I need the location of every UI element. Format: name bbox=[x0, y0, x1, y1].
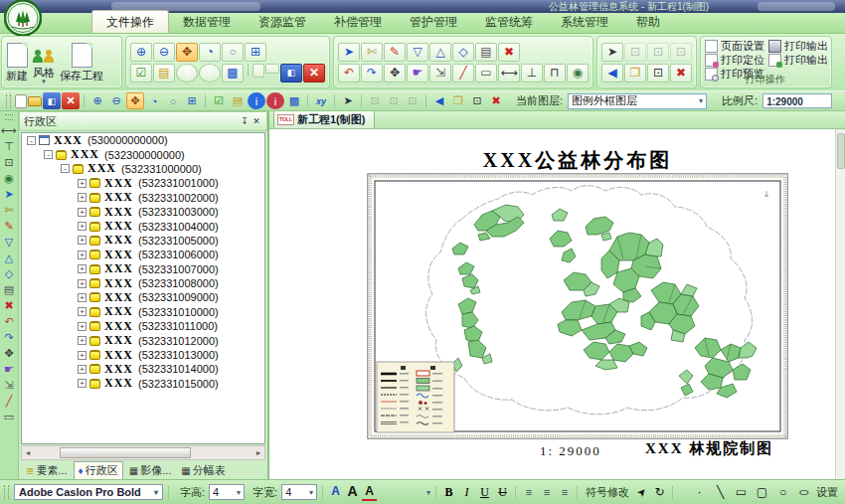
expand-icon[interactable]: + bbox=[78, 322, 86, 331]
settings-button[interactable]: 设置 bbox=[813, 485, 841, 500]
zoom-frame-icon[interactable]: ⊞ bbox=[245, 43, 266, 62]
xy-coordinate-icon[interactable]: xy bbox=[312, 92, 330, 109]
marquee-icon[interactable]: ⊡ bbox=[468, 92, 486, 109]
pan-icon[interactable]: ✥ bbox=[126, 92, 144, 109]
align-right-icon[interactable]: ≡ bbox=[557, 484, 572, 500]
pen-icon[interactable]: ✎ bbox=[384, 43, 406, 62]
page-refresh-icon[interactable]: ▤ bbox=[229, 92, 247, 109]
zoom-in-icon[interactable]: ⊕ bbox=[130, 43, 152, 62]
annotate-icon[interactable]: ▤ bbox=[475, 43, 497, 62]
draw-rect-icon[interactable]: ▭ bbox=[475, 64, 497, 83]
diamond-node-icon[interactable]: ◇ bbox=[452, 43, 474, 62]
marquee-icon[interactable]: ⊡ bbox=[647, 64, 669, 83]
pointer-icon[interactable]: ➤ bbox=[601, 43, 623, 62]
rect-shape-icon[interactable]: ▭ bbox=[734, 484, 749, 500]
expand-icon[interactable]: + bbox=[78, 379, 86, 388]
box-select-out-icon[interactable]: ⊡ bbox=[404, 92, 422, 109]
tree-node[interactable]: +XXX(532331003000) bbox=[22, 205, 264, 219]
style-button[interactable]: 风格 ▾ bbox=[32, 42, 56, 84]
annotate-icon[interactable]: ▤ bbox=[1, 282, 17, 297]
chevron-down-icon[interactable]: ▾ bbox=[426, 488, 430, 497]
tree-node[interactable]: +XXX(532331006000) bbox=[22, 248, 264, 261]
circle-shape-icon[interactable]: ○ bbox=[775, 484, 790, 500]
zoom-select-icon[interactable]: ◔ bbox=[145, 92, 163, 109]
fly-select-icon[interactable]: ➤ bbox=[1, 187, 17, 202]
zoom-frame-icon[interactable]: ⊞ bbox=[183, 92, 201, 109]
current-layer-dropdown[interactable]: 图例外框图层 ▾ bbox=[568, 93, 707, 109]
undo-icon[interactable]: ↶ bbox=[1, 314, 17, 329]
strikethrough-icon[interactable]: U bbox=[495, 484, 510, 500]
print-locate-button[interactable]: 打印定位 bbox=[705, 53, 768, 68]
menu-tab-guard-mgmt[interactable]: 管护管理 bbox=[396, 11, 471, 33]
print-output2-button[interactable]: 打印输出 bbox=[768, 53, 832, 68]
align-left-icon[interactable]: ≡ bbox=[521, 484, 536, 500]
horizontal-scrollbar[interactable]: ◂ ▸ bbox=[21, 445, 265, 460]
close-icon[interactable]: ✕ bbox=[251, 116, 262, 126]
tree-node[interactable]: +XXX(532331013000) bbox=[22, 348, 264, 362]
rounded-rect-shape-icon[interactable]: ▢ bbox=[755, 484, 769, 500]
ellipse-shape-icon[interactable]: ○ bbox=[792, 484, 816, 500]
frame-tool-icon[interactable]: ⊡ bbox=[1, 155, 17, 170]
zoom-out-icon[interactable]: ⊖ bbox=[153, 43, 175, 62]
check-select-icon[interactable]: ☑ bbox=[130, 64, 152, 83]
scrollbar-thumb[interactable] bbox=[837, 133, 845, 169]
polygon-down-icon[interactable]: ▽ bbox=[407, 43, 428, 62]
font-color-black-icon[interactable]: A bbox=[345, 483, 360, 499]
measure-icon[interactable]: ⟷ bbox=[498, 64, 520, 83]
identify-icon[interactable]: i bbox=[199, 64, 221, 83]
box-select-in-icon[interactable]: ⊡ bbox=[385, 92, 403, 109]
draw-line-icon[interactable]: ╱ bbox=[452, 64, 474, 83]
pan-icon[interactable]: ✥ bbox=[176, 43, 198, 62]
menu-tab-compensation-mgmt[interactable]: 补偿管理 bbox=[320, 11, 396, 33]
expand-icon[interactable]: + bbox=[78, 293, 86, 302]
eye-icon[interactable]: ◉ bbox=[567, 64, 589, 83]
rotate-icon[interactable]: ↻ bbox=[652, 484, 667, 500]
draw-rect-icon[interactable]: ▭ bbox=[1, 410, 17, 424]
font-color-red-icon[interactable]: A bbox=[362, 483, 377, 501]
delete-feature-icon[interactable]: ✖ bbox=[1, 298, 17, 313]
expand-icon[interactable]: + bbox=[78, 279, 86, 288]
polygon-up-icon[interactable]: △ bbox=[1, 251, 17, 265]
expand-icon[interactable]: + bbox=[78, 208, 86, 217]
expand-icon[interactable]: + bbox=[78, 351, 86, 360]
new-map-icon[interactable] bbox=[253, 64, 264, 78]
box-select-out-icon[interactable]: ⊡ bbox=[670, 43, 692, 62]
print-output-button[interactable]: 打印输出 bbox=[768, 39, 832, 54]
page-setup-button[interactable]: 页面设置 bbox=[705, 39, 768, 54]
tree-node[interactable]: -XXX(532331000000) bbox=[22, 162, 264, 176]
scroll-left-icon[interactable]: ◂ bbox=[22, 448, 34, 457]
pointer-icon[interactable]: ➤ bbox=[339, 92, 357, 109]
tree-node[interactable]: +XXX(532331001000) bbox=[22, 176, 264, 190]
expand-icon[interactable]: + bbox=[78, 336, 86, 345]
pan-page-icon[interactable]: ☛ bbox=[407, 64, 428, 83]
view-scale-icon[interactable]: ◉ bbox=[1, 171, 17, 186]
close-map-icon[interactable]: ✕ bbox=[303, 64, 325, 83]
full-extent-icon[interactable]: ▩ bbox=[285, 92, 303, 109]
zoom-free-icon[interactable]: ○ bbox=[222, 43, 244, 62]
pen-icon[interactable]: ✎ bbox=[1, 219, 17, 234]
font-name-dropdown[interactable]: Adobe Caslon Pro Bold ▾ bbox=[14, 484, 163, 500]
tree-node[interactable]: +XXX(532331014000) bbox=[22, 362, 264, 376]
tree-node[interactable]: -XXX(530000000000) bbox=[22, 133, 264, 147]
save-map-icon[interactable]: ◧ bbox=[280, 64, 302, 83]
copy-feature-icon[interactable]: ❐ bbox=[449, 92, 467, 109]
collapse-icon[interactable]: - bbox=[61, 164, 70, 173]
tsquare-icon[interactable]: ⊥ bbox=[521, 64, 543, 83]
open-map-icon[interactable] bbox=[265, 64, 279, 74]
layer-transfer-icon[interactable]: ⇲ bbox=[1, 378, 17, 393]
polygon-down-icon[interactable]: ▽ bbox=[1, 235, 17, 250]
sidebar-tab-imagery[interactable]: ▦影像... bbox=[125, 462, 176, 479]
collapse-icon[interactable]: - bbox=[27, 136, 36, 145]
tree-node[interactable]: +XXX(532331012000) bbox=[22, 333, 264, 347]
draw-line-icon[interactable]: ╱ bbox=[1, 394, 17, 409]
scale-input[interactable]: 1:29000 bbox=[762, 93, 832, 108]
menu-tab-system-mgmt[interactable]: 系统管理 bbox=[547, 11, 622, 33]
snap-icon[interactable]: ✄ bbox=[361, 43, 383, 62]
diamond-node-icon[interactable]: ◇ bbox=[1, 266, 17, 281]
box-select-icon[interactable]: ⊡ bbox=[624, 43, 646, 62]
box-select-in-icon[interactable]: ⊡ bbox=[647, 43, 669, 62]
point-shape-icon[interactable]: · bbox=[692, 484, 707, 500]
char-height-dropdown[interactable]: 4 ▾ bbox=[209, 484, 245, 500]
expand-icon[interactable]: + bbox=[78, 365, 86, 374]
save-icon[interactable]: ◧ bbox=[43, 92, 61, 109]
